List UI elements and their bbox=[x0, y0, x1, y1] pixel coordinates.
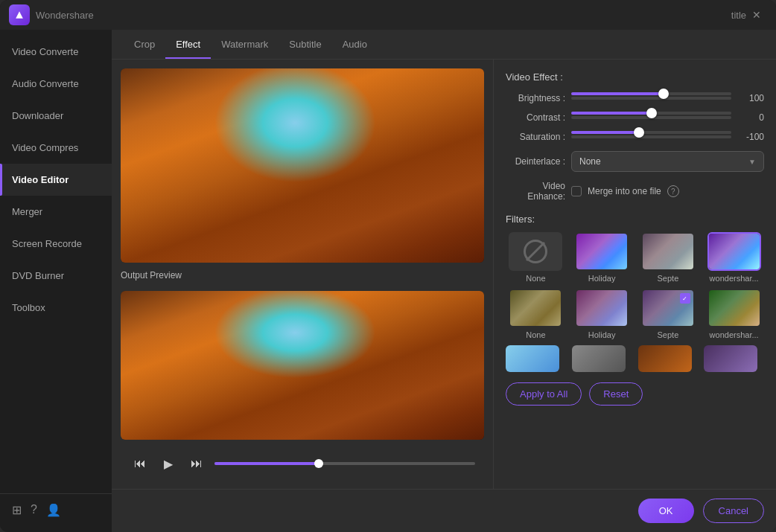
filter-partial-1 bbox=[506, 345, 559, 372]
saturation-value: -100 bbox=[737, 132, 764, 142]
sidebar: Video Converte Audio Converte Downloader… bbox=[0, 30, 112, 532]
filters-partial-row bbox=[506, 345, 764, 372]
sidebar-item-downloader[interactable]: Downloader bbox=[0, 100, 112, 132]
no-filter-icon bbox=[524, 240, 547, 263]
video-effect-title: Video Effect : bbox=[506, 71, 764, 83]
contrast-track bbox=[571, 116, 731, 119]
filters-title: Filters: bbox=[506, 214, 764, 225]
filter-thumb-wondershare2 bbox=[707, 289, 761, 327]
sidebar-icon-help[interactable]: ? bbox=[31, 503, 37, 517]
progress-thumb[interactable] bbox=[314, 459, 323, 468]
brightness-track bbox=[571, 97, 731, 100]
app-logo bbox=[9, 4, 30, 25]
video-enhance-row: Video Enhance: Merge into one file ? bbox=[506, 181, 764, 202]
tab-effect[interactable]: Effect bbox=[165, 30, 211, 59]
skip-forward-button[interactable]: ⏭ bbox=[186, 453, 207, 474]
brightness-label: Brightness : bbox=[506, 93, 565, 103]
sidebar-icon-user[interactable]: 👤 bbox=[46, 503, 61, 517]
filter-thumb-holiday2 bbox=[575, 289, 629, 327]
cancel-button[interactable]: Cancel bbox=[703, 499, 764, 523]
right-panel: Video Effect : Brightness : 100 Contrast… bbox=[493, 60, 776, 489]
video-frame-top bbox=[121, 68, 484, 263]
filter-partial-4 bbox=[704, 345, 757, 372]
deinterlace-row: Deinterlace : None ▼ bbox=[506, 151, 764, 172]
main-layout: Video Converte Audio Converte Downloader… bbox=[0, 30, 776, 532]
filter-holiday2-label: Holiday bbox=[588, 330, 616, 339]
tab-crop[interactable]: Crop bbox=[124, 30, 165, 59]
contrast-row: Contrast : 0 bbox=[506, 112, 764, 123]
tabs-bar: Crop Effect Watermark Subtitle Audio bbox=[112, 30, 776, 60]
help-icon[interactable]: ? bbox=[667, 185, 679, 197]
filter-none-label: None bbox=[526, 274, 545, 283]
saturation-slider[interactable] bbox=[571, 131, 731, 134]
sidebar-item-dvd-burner[interactable]: DVD Burner bbox=[0, 260, 112, 292]
sidebar-item-video-converter[interactable]: Video Converte bbox=[0, 36, 112, 68]
title-bar: Wondershare title ✕ bbox=[0, 0, 776, 30]
filter-thumb-septe bbox=[641, 232, 695, 271]
output-label: Output Preview bbox=[121, 270, 484, 281]
filter-holiday-label: Holiday bbox=[588, 274, 616, 283]
filter-partial-2 bbox=[572, 345, 626, 372]
close-button[interactable]: ✕ bbox=[746, 4, 767, 25]
filter-wondershare-label: wondershar... bbox=[710, 274, 759, 283]
filter-none[interactable]: None bbox=[506, 232, 566, 283]
filter-septe2-label: Septe bbox=[658, 330, 679, 339]
reset-button[interactable]: Reset bbox=[589, 382, 643, 406]
filter-wondershare[interactable]: wondershar... bbox=[704, 232, 764, 283]
filter-septe[interactable]: Septe bbox=[638, 232, 699, 283]
merge-label: Merge into one file bbox=[588, 186, 661, 196]
filter-thumb-wondershare bbox=[707, 232, 761, 271]
deinterlace-select[interactable]: None ▼ bbox=[571, 151, 764, 172]
sidebar-footer: ⊞ ? 👤 bbox=[0, 493, 112, 526]
brightness-row: Brightness : 100 bbox=[506, 93, 764, 103]
preview-area: Output Preview ⏮ ▶ ⏭ bbox=[112, 60, 493, 489]
saturation-track bbox=[571, 135, 731, 138]
filter-check-icon: ✓ bbox=[680, 293, 690, 304]
chevron-down-icon: ▼ bbox=[748, 158, 756, 166]
filters-row1: None Holiday bbox=[506, 232, 764, 283]
sidebar-item-toolbox[interactable]: Toolbox bbox=[0, 292, 112, 324]
filter-holiday[interactable]: Holiday bbox=[572, 232, 632, 283]
ok-button[interactable]: OK bbox=[638, 499, 694, 523]
filter-holiday2[interactable]: Holiday bbox=[572, 289, 632, 339]
contrast-slider[interactable] bbox=[571, 112, 731, 115]
tab-watermark[interactable]: Watermark bbox=[211, 30, 279, 59]
filter-thumb-septe2: ✓ bbox=[641, 289, 695, 327]
video-enhance-label: Video Enhance: bbox=[506, 181, 565, 202]
sidebar-item-merger[interactable]: Merger bbox=[0, 196, 112, 228]
filter-septe2[interactable]: ✓ Septe bbox=[638, 289, 699, 339]
sidebar-item-video-compressor[interactable]: Video Compres bbox=[0, 132, 112, 164]
filter-img-septe bbox=[643, 234, 693, 269]
filter-septe-label: Septe bbox=[658, 274, 679, 283]
filter-thumb-none bbox=[509, 232, 562, 271]
filter-img-wondershare bbox=[709, 234, 760, 269]
progress-bar[interactable] bbox=[214, 462, 475, 465]
app-name: Wondershare bbox=[36, 10, 728, 21]
sidebar-icon-layout[interactable]: ⊞ bbox=[12, 503, 22, 517]
filter-img-holiday2 bbox=[576, 290, 627, 326]
svg-marker-0 bbox=[16, 11, 23, 19]
sidebar-item-audio-converter[interactable]: Audio Converte bbox=[0, 68, 112, 100]
filter-img-wondershare2 bbox=[709, 290, 760, 326]
filter-none2[interactable]: None bbox=[506, 289, 566, 339]
tab-subtitle[interactable]: Subtitle bbox=[279, 30, 331, 59]
filter-thumb-holiday bbox=[575, 232, 629, 271]
contrast-value: 0 bbox=[737, 112, 764, 123]
filter-wondershare2[interactable]: wondershar... bbox=[704, 289, 764, 339]
filter-wondershare2-label: wondershar... bbox=[710, 330, 759, 339]
content-area: Output Preview ⏮ ▶ ⏭ bbox=[112, 60, 776, 489]
sidebar-item-screen-recorder[interactable]: Screen Recorde bbox=[0, 228, 112, 260]
apply-to-all-button[interactable]: Apply to All bbox=[506, 382, 582, 406]
playback-controls: ⏮ ▶ ⏭ bbox=[121, 447, 484, 480]
brightness-slider[interactable] bbox=[571, 92, 731, 95]
tab-audio[interactable]: Audio bbox=[332, 30, 378, 59]
skip-back-button[interactable]: ⏮ bbox=[130, 453, 150, 474]
deinterlace-label: Deinterlace : bbox=[506, 156, 565, 167]
sidebar-item-video-editor[interactable]: Video Editor bbox=[0, 164, 112, 196]
merge-checkbox[interactable] bbox=[571, 186, 582, 196]
dialog-area: Crop Effect Watermark Subtitle Audio Out… bbox=[112, 30, 776, 532]
saturation-label: Saturation : bbox=[506, 132, 565, 142]
contrast-label: Contrast : bbox=[506, 112, 565, 123]
play-button[interactable]: ▶ bbox=[158, 453, 179, 474]
deinterlace-value: None bbox=[579, 156, 601, 167]
